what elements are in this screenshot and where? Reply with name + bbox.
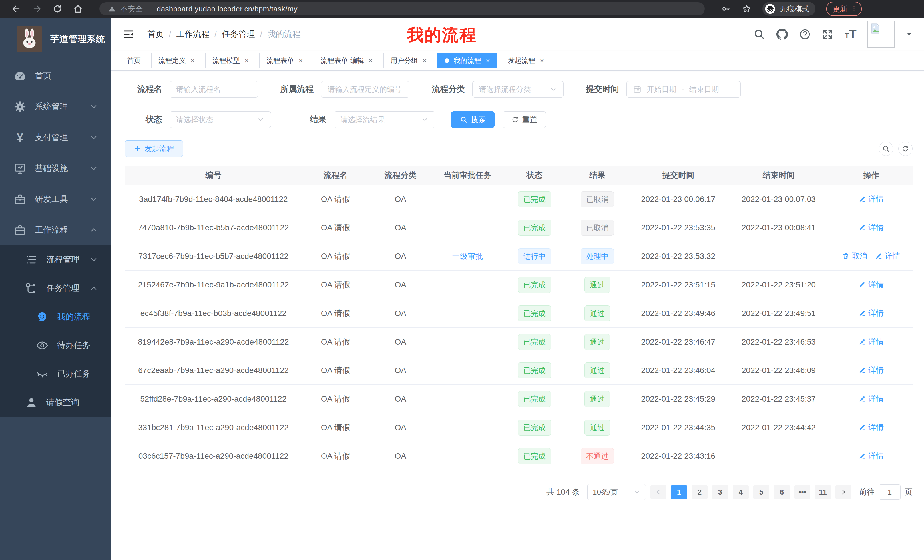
chevron-left-icon xyxy=(655,489,662,496)
cell-category: OA xyxy=(369,442,432,470)
refresh-table-button[interactable] xyxy=(898,142,913,156)
chevron-down-icon xyxy=(89,164,98,173)
detail-action[interactable]: 详情 xyxy=(859,337,884,347)
sidebar-item-基础设施[interactable]: 基础设施 xyxy=(0,153,111,184)
tab-流程表单-编辑[interactable]: 流程表单-编辑 × xyxy=(314,53,380,68)
breadcrumb-item: 我的流程 xyxy=(267,28,301,40)
parent-process-input[interactable] xyxy=(321,81,410,97)
close-icon[interactable]: × xyxy=(190,57,195,64)
detail-action[interactable]: 详情 xyxy=(859,451,884,461)
sidebar-item-工作流程[interactable]: 工作流程 xyxy=(0,215,111,246)
tab-用户分组[interactable]: 用户分组 × xyxy=(384,53,434,68)
sidebar-item-支付管理[interactable]: ¥ 支付管理 xyxy=(0,122,111,153)
detail-action[interactable]: 详情 xyxy=(875,251,900,261)
goto-page-input[interactable] xyxy=(879,484,901,500)
page-button-11[interactable]: 11 xyxy=(815,485,831,500)
detail-action[interactable]: 详情 xyxy=(859,308,884,318)
close-icon[interactable]: × xyxy=(540,57,544,64)
page-size-select[interactable]: 10条/页 xyxy=(587,484,646,500)
app-logo[interactable]: 芋道管理系统 xyxy=(0,18,111,60)
close-icon[interactable]: × xyxy=(369,57,373,64)
close-icon[interactable]: × xyxy=(244,57,249,64)
sidebar-item-待办任务[interactable]: 待办任务 xyxy=(0,331,111,359)
cell-category: OA xyxy=(369,185,432,214)
help-icon[interactable] xyxy=(799,28,811,40)
detail-action[interactable]: 详情 xyxy=(859,394,884,404)
column-header: 结束时间 xyxy=(728,166,830,185)
detail-action[interactable]: 详情 xyxy=(859,365,884,375)
fullscreen-icon[interactable] xyxy=(822,28,834,40)
breadcrumb-item[interactable]: 任务管理 xyxy=(222,28,255,40)
close-icon[interactable]: × xyxy=(423,57,427,64)
category-select[interactable]: 请选择流程分类 xyxy=(472,81,564,97)
breadcrumb-item[interactable]: 工作流程 xyxy=(177,28,210,40)
key-icon[interactable] xyxy=(721,4,731,14)
cancel-action[interactable]: 取消 xyxy=(842,251,867,261)
page-button-6[interactable]: 6 xyxy=(774,485,790,500)
create-process-button[interactable]: 发起流程 xyxy=(125,141,183,157)
sidebar-item-首页[interactable]: 首页 xyxy=(0,60,111,91)
tab-流程模型[interactable]: 流程模型 × xyxy=(205,53,256,68)
sidebar-item-已办任务[interactable]: 已办任务 xyxy=(0,359,111,388)
page-button-3[interactable]: 3 xyxy=(712,485,728,500)
cell-submit-time: 2022-01-22 23:45:29 xyxy=(629,385,728,413)
sidebar-item-请假查询[interactable]: 请假查询 xyxy=(0,388,111,417)
page-button-4[interactable]: 4 xyxy=(733,485,748,500)
page-ellipsis[interactable]: ••• xyxy=(794,485,810,500)
address-bar[interactable]: 不安全 dashboard.yudao.iocoder.cn/bpm/task/… xyxy=(99,2,705,15)
reload-icon[interactable] xyxy=(52,4,62,14)
user-icon xyxy=(25,396,38,409)
not-secure-label: 不安全 xyxy=(120,4,143,14)
page-button-2[interactable]: 2 xyxy=(692,485,708,500)
home-icon[interactable] xyxy=(73,4,83,14)
tab-发起流程[interactable]: 发起流程 × xyxy=(501,53,551,68)
column-header: 提交时间 xyxy=(629,166,728,185)
search-icon[interactable] xyxy=(753,28,765,40)
pen-icon xyxy=(859,224,866,231)
breadcrumb-item[interactable]: 首页 xyxy=(147,28,164,40)
submit-time-range-picker[interactable]: 开始日期 - 结束日期 xyxy=(627,81,741,97)
process-name-input[interactable] xyxy=(170,81,258,97)
next-page-button[interactable] xyxy=(836,485,852,500)
tab-流程表单[interactable]: 流程表单 × xyxy=(259,53,310,68)
result-select[interactable]: 请选择流结果 xyxy=(334,111,435,128)
status-badge: 已完成 xyxy=(518,220,551,236)
detail-action[interactable]: 详情 xyxy=(859,422,884,433)
github-icon[interactable] xyxy=(776,28,788,40)
sidebar-item-我的流程[interactable]: 我的流程 xyxy=(0,302,111,331)
reset-button[interactable]: 重置 xyxy=(502,111,546,128)
tab-我的流程[interactable]: 我的流程 × xyxy=(438,53,497,68)
cell-result: 通过 xyxy=(566,299,629,328)
refresh-icon xyxy=(902,145,909,153)
detail-action[interactable]: 详情 xyxy=(859,279,884,290)
sidebar-collapse-button[interactable] xyxy=(123,28,134,40)
avatar[interactable] xyxy=(867,21,895,48)
detail-action[interactable]: 详情 xyxy=(859,194,884,204)
close-icon[interactable]: × xyxy=(486,57,490,64)
sidebar-item-研发工具[interactable]: 研发工具 xyxy=(0,184,111,215)
pagination: 共 104 条 10条/页 123456•••11 前往 页 xyxy=(111,484,913,500)
close-icon[interactable]: × xyxy=(298,57,303,64)
sidebar-item-系统管理[interactable]: 系统管理 xyxy=(0,91,111,122)
breadcrumb-separator: / xyxy=(169,30,171,39)
page-button-5[interactable]: 5 xyxy=(753,485,769,500)
prev-page-button[interactable] xyxy=(651,485,666,500)
bookmark-star-icon[interactable] xyxy=(742,4,752,14)
tab-首页[interactable]: 首页 xyxy=(120,53,148,68)
detail-action[interactable]: 详情 xyxy=(859,222,884,233)
browser-menu-icon[interactable] xyxy=(850,5,858,13)
avatar-caret-icon[interactable] xyxy=(906,31,913,38)
font-size-icon[interactable]: TT xyxy=(844,28,856,40)
browser-update-button[interactable]: 更新 xyxy=(826,2,862,16)
show-search-button[interactable] xyxy=(879,142,893,156)
task-link[interactable]: 一级审批 xyxy=(452,251,483,262)
forward-icon[interactable] xyxy=(32,4,42,14)
table-row: 7470a810-7b9b-11ec-b5b7-acde48001122 OA … xyxy=(125,214,913,242)
search-button[interactable]: 搜索 xyxy=(451,111,495,128)
status-select[interactable]: 请选择状态 xyxy=(170,111,271,128)
sidebar-item-流程管理[interactable]: 流程管理 xyxy=(0,246,111,274)
page-button-1[interactable]: 1 xyxy=(671,485,687,500)
sidebar-item-任务管理[interactable]: 任务管理 xyxy=(0,274,111,302)
back-icon[interactable] xyxy=(11,4,21,14)
tab-流程定义[interactable]: 流程定义 × xyxy=(152,53,202,68)
